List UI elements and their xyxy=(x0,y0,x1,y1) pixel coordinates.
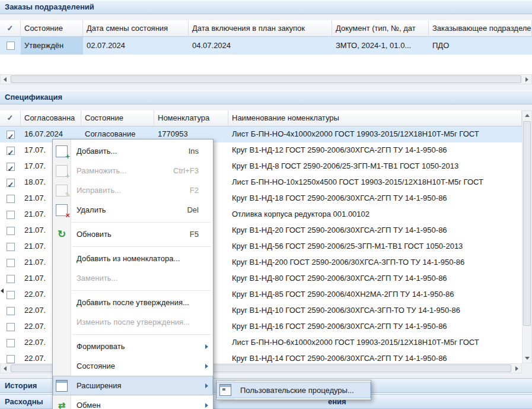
orders-column-document[interactable]: Документ (тип, №, дат xyxy=(332,20,429,37)
menu-item-добавить-[interactable]: Добавить... Ins xyxy=(53,141,213,161)
orders-cell-department: ПДО xyxy=(429,37,532,55)
orders-table-row[interactable]: Утверждён 02.07.2024 04.07.2024 ЗМТО, 20… xyxy=(0,37,532,55)
orders-row-checkbox[interactable] xyxy=(7,42,15,50)
menu-separator xyxy=(72,290,211,291)
submenu-arrow-icon xyxy=(205,364,208,369)
orders-select-column-header[interactable]: ✓ xyxy=(0,20,21,37)
scrollbar-thumb[interactable] xyxy=(523,121,531,326)
row-checkbox-cell xyxy=(0,207,21,223)
row-checkbox[interactable] xyxy=(7,227,15,235)
cell-name: Круг В1-НД-12 ГОСТ 2590-2006/30ХГСА-2ГП … xyxy=(228,142,522,158)
row-checkbox[interactable] xyxy=(7,243,15,251)
extensions-submenu: Пользовательские процедуры... xyxy=(216,380,371,400)
row-checkbox-cell xyxy=(0,223,21,239)
delete-document-icon xyxy=(56,204,68,216)
row-checkbox[interactable] xyxy=(7,323,15,331)
cell-name: Круг В1-НД-20 ГОСТ 2590-2006/30ХГСА-2ГП … xyxy=(228,223,522,239)
row-checkbox[interactable] xyxy=(7,163,15,171)
menu-item-удалить[interactable]: Удалить Del xyxy=(53,200,213,220)
cell-name: Круг В1-НД-200 ГОСТ 2590-2006/30ХГСА-ЗГП… xyxy=(228,255,522,271)
row-checkbox-cell xyxy=(0,255,21,271)
scroll-down-icon[interactable] xyxy=(523,354,531,363)
submenu-arrow-icon xyxy=(205,383,208,388)
spec-column-name[interactable]: Наименование номенклатуры xyxy=(228,110,522,126)
menu-item-состояние[interactable]: Состояние xyxy=(53,356,213,376)
menu-item-размножить-: Размножить... Ctrl+F3 xyxy=(53,161,213,180)
menu-item-заменить-: Заменить... xyxy=(53,268,213,288)
row-checkbox-cell xyxy=(0,191,21,207)
add-document-icon xyxy=(56,145,68,157)
cell-name: Круг В1-НД-18 ГОСТ 2590-2006/30ХГСА-2ГП … xyxy=(228,191,522,207)
duplicate-document-icon xyxy=(56,165,68,177)
scrollbar-thumb[interactable] xyxy=(11,75,521,83)
orders-cell-plan-date: 04.07.2024 xyxy=(189,37,332,55)
row-checkbox[interactable] xyxy=(7,355,15,363)
orders-cell-state: Утверждён xyxy=(21,37,83,55)
row-checkbox[interactable] xyxy=(7,147,15,155)
scroll-left-icon[interactable] xyxy=(1,364,9,373)
row-checkbox[interactable] xyxy=(7,291,15,299)
menu-separator xyxy=(72,334,211,335)
orders-column-state[interactable]: Состояние xyxy=(21,20,83,37)
spec-column-nomenclature[interactable]: Номенклатура xyxy=(154,110,228,126)
row-checkbox-cell xyxy=(0,351,21,363)
row-checkbox-cell xyxy=(0,335,21,351)
menu-item-добавить-после-утверждения-[interactable]: Добавить после утверждения... xyxy=(53,293,213,312)
orders-table: ✓ Состояние Дата смены состояния Дата вк… xyxy=(0,20,532,74)
cell-name: Лист Б-ПН-НО-4х1000х2000 ГОСТ 19903-2015… xyxy=(228,126,522,142)
row-checkbox-cell xyxy=(0,175,21,191)
orders-horizontal-scrollbar[interactable] xyxy=(0,74,532,84)
menu-item-user-procedures[interactable]: Пользовательские процедуры... xyxy=(216,382,371,398)
check-column-icon: ✓ xyxy=(7,24,14,33)
orders-cell-document: ЗМТО, 2024-1, 01.0... xyxy=(332,37,429,55)
scroll-up-icon[interactable] xyxy=(523,111,531,120)
expense-pane-title: Расходны xyxy=(5,397,43,406)
menu-item-добавить-из-номенклатора-[interactable]: Добавить из номенклатора... xyxy=(53,249,213,268)
orders-column-state-change-date[interactable]: Дата смены состояния xyxy=(83,20,189,37)
menu-item-формировать[interactable]: Формировать xyxy=(53,337,213,356)
row-checkbox[interactable] xyxy=(7,179,15,187)
orders-cell-state-change-date: 02.07.2024 xyxy=(83,37,189,55)
spec-column-state[interactable]: Состояние xyxy=(81,110,154,126)
row-checkbox[interactable] xyxy=(7,339,15,347)
cell-name: Лист Б-ПН-НО-6х1000х2000 ГОСТ 19903-2015… xyxy=(228,335,522,351)
spec-select-column-header[interactable]: ✓ xyxy=(0,110,21,126)
row-checkbox[interactable] xyxy=(7,259,15,267)
menu-item-обмен[interactable]: Обмен xyxy=(53,395,213,409)
menu-item-расширения[interactable]: Расширения xyxy=(53,376,213,395)
cell-name: Отливка корпуса редуктора 001.00102 xyxy=(228,207,522,223)
menu-item-обновить[interactable]: Обновить F5 xyxy=(53,224,213,244)
scroll-left-icon[interactable] xyxy=(1,75,9,84)
row-checkbox-cell xyxy=(0,239,21,255)
context-menu: Добавить... Ins Размножить... Ctrl+F3 Ис… xyxy=(52,139,214,409)
exchange-icon xyxy=(56,400,68,409)
row-checkbox[interactable] xyxy=(7,131,15,139)
cell-name: Круг В1-НД-56 ГОСТ 2590-2006/25-ЗГП-М1-Т… xyxy=(228,239,522,255)
cell-name: Лист Б-ПН-НО-10х1250х4500 ГОСТ 19903-201… xyxy=(228,175,522,191)
row-checkbox[interactable] xyxy=(7,307,15,315)
splitter-collapse-arrow[interactable] xyxy=(1,287,5,295)
row-checkbox-cell xyxy=(0,271,21,287)
orders-column-plan-date[interactable]: Дата включения в план закупок xyxy=(189,20,332,37)
cell-name: Круг В1-НД-16 ГОСТ 2590-2006/30ХГСА-2ГП … xyxy=(228,319,522,335)
cell-name: Круг В1-НД-8 ГОСТ 2590-2006/25-ЗГП-М1-ТВ… xyxy=(228,158,522,175)
scroll-right-icon[interactable] xyxy=(512,364,521,373)
spec-column-agreed-date[interactable]: Согласованна xyxy=(21,110,81,126)
extensions-icon xyxy=(56,380,68,392)
cell-name: Круг В1-НД-10 ГОСТ 2590-2006/30ХГСА-ЗГП-… xyxy=(228,303,522,319)
orders-column-department[interactable]: Заказывающее подразделе xyxy=(429,20,532,37)
user-procedures-icon xyxy=(219,384,231,396)
row-checkbox[interactable] xyxy=(7,211,15,219)
spec-vertical-scrollbar[interactable] xyxy=(522,110,532,363)
orders-pane-title: Заказы подразделений xyxy=(5,2,94,11)
scrollbar-corner xyxy=(522,363,532,373)
spec-table-header: ✓ Согласованна Состояние Номенклатура На… xyxy=(0,110,522,126)
app-window: Заказы подразделений ✓ Состояние Дата см… xyxy=(0,0,532,409)
row-checkbox-cell xyxy=(0,158,21,175)
row-checkbox[interactable] xyxy=(7,275,15,283)
submenu-arrow-icon xyxy=(205,344,208,349)
edit-document-icon xyxy=(56,185,68,196)
row-checkbox-cell xyxy=(0,142,21,158)
scroll-right-icon[interactable] xyxy=(523,75,531,84)
row-checkbox[interactable] xyxy=(7,195,15,203)
